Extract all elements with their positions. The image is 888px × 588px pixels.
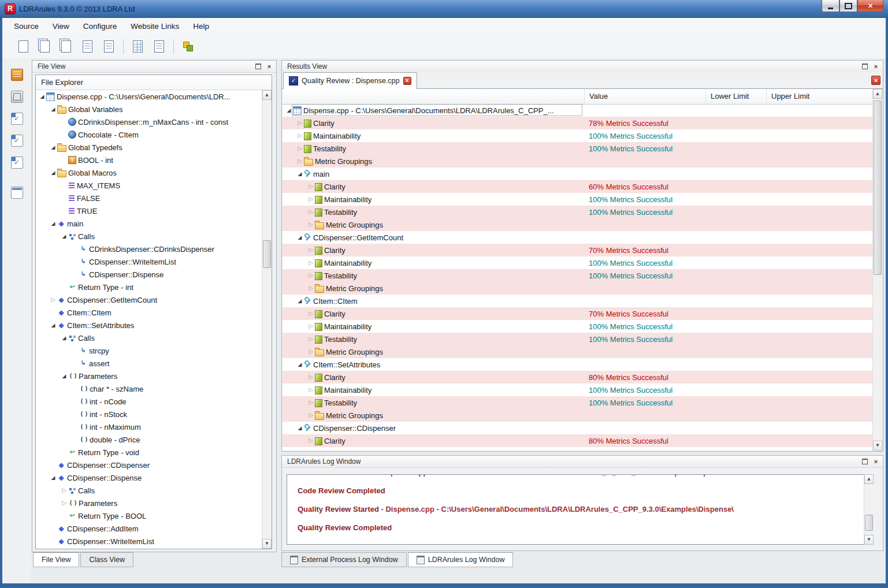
file-tree-scrollbar[interactable]: ▲ ▼ [262, 90, 272, 549]
new-file-button[interactable] [15, 39, 31, 55]
results-row[interactable]: ▷Metric Groupings [283, 345, 872, 358]
quality-review-icon[interactable] [11, 135, 23, 147]
expand-arrow[interactable]: ▷ [307, 269, 315, 282]
expand-arrow[interactable]: ▷ [307, 256, 315, 269]
results-row[interactable]: ◢CItem::SetAttributes [283, 358, 872, 371]
close-results-button[interactable]: × [871, 76, 880, 85]
results-row[interactable]: ▷Clarity80% Metrics Successful [283, 434, 872, 447]
report-viewer-icon[interactable] [11, 187, 23, 199]
collapse-arrow[interactable]: ◢ [49, 141, 57, 154]
export-results-button[interactable] [129, 39, 146, 55]
duplicate-file-button[interactable] [58, 39, 74, 55]
close-button[interactable]: × [857, 0, 883, 12]
expand-arrow[interactable]: ▷ [60, 497, 68, 509]
scroll-thumb[interactable] [874, 101, 882, 275]
expand-arrow[interactable]: ▷ [307, 307, 315, 320]
scroll-thumb[interactable] [263, 240, 271, 268]
file-tree-row[interactable]: int - nMaximum [36, 420, 262, 433]
file-tree-row[interactable]: CItem::CItem [36, 306, 262, 319]
collapse-arrow[interactable]: ◢ [296, 295, 304, 307]
results-row[interactable]: ▷Testability100% Metrics Successful [283, 269, 872, 282]
float-panel-button[interactable] [860, 62, 870, 70]
design-review-icon[interactable] [11, 157, 23, 169]
expand-arrow[interactable]: ▷ [307, 320, 315, 333]
results-row[interactable]: ▷Clarity80% Metrics Successful [283, 371, 872, 384]
expand-arrow[interactable]: ▷ [307, 206, 315, 218]
expand-arrow[interactable]: ▷ [307, 371, 315, 384]
log-scrollbar[interactable]: ▲ ▼ [864, 474, 874, 545]
file-explorer-header[interactable]: File Explorer [36, 75, 272, 90]
file-tree-row[interactable]: CDrinksDispenser::m_nMaxCans - int - con… [36, 116, 262, 128]
minimize-button[interactable] [822, 0, 839, 12]
collapse-arrow[interactable]: ◢ [49, 166, 57, 179]
file-tree-row[interactable]: char * - szName [36, 382, 262, 395]
close-panel-button[interactable]: × [871, 457, 880, 466]
file-tree-row[interactable]: ▷CDispenser::GetItemCount [36, 293, 262, 306]
results-row[interactable]: ▷Maintainability100% Metrics Successful [283, 193, 872, 206]
file-tree-row[interactable]: ◢Dispense.cpp - C:\Users\General\Documen… [36, 90, 262, 103]
file-tree-row[interactable]: double - dPrice [36, 433, 262, 446]
file-tree-row[interactable]: ◢Calls [36, 230, 262, 243]
results-row[interactable]: ▷Maintainability100% Metrics Successful [283, 256, 872, 269]
collapse-arrow[interactable]: ◢ [49, 217, 57, 230]
tab-class-view[interactable]: Class View [80, 552, 133, 567]
close-panel-button[interactable]: × [871, 62, 880, 70]
file-tree-row[interactable]: MAX_ITEMS [36, 179, 262, 192]
results-row[interactable]: ▷Testability100% Metrics Successful [283, 142, 872, 155]
results-row[interactable]: ▷Metric Groupings [283, 409, 872, 422]
view-report-button[interactable] [101, 39, 117, 55]
results-row[interactable]: ▷Metric Groupings [283, 218, 872, 231]
menu-help[interactable]: Help [186, 18, 216, 34]
tab-quality-review[interactable]: Quality Review : Dispense.cpp × [283, 72, 417, 89]
column-header-lower-limit[interactable]: Lower Limit [705, 89, 766, 104]
collapse-arrow[interactable]: ◢ [49, 319, 57, 332]
source-editor-icon[interactable] [11, 69, 23, 81]
collapse-arrow[interactable]: ◢ [285, 104, 293, 117]
float-panel-button[interactable] [254, 62, 263, 70]
close-tab-icon[interactable]: × [403, 77, 411, 85]
file-tree-row[interactable]: CDispenser::WriteItemList [36, 535, 262, 548]
results-row[interactable]: ▷Metric Groupings [283, 155, 872, 168]
file-tree-row[interactable]: Return Type - int [36, 281, 262, 293]
file-tree-row[interactable]: CDispenser::WriteItemList [36, 255, 262, 268]
run-analysis-button[interactable] [180, 39, 196, 55]
expand-arrow[interactable]: ▷ [307, 396, 315, 409]
menu-view[interactable]: View [46, 18, 76, 34]
file-tree-row[interactable]: ◢CDispenser::Dispense [36, 471, 262, 484]
collapse-arrow[interactable]: ◢ [49, 103, 57, 116]
results-row[interactable]: ▷Metric Groupings [283, 282, 872, 295]
expand-arrow[interactable]: ▷ [307, 180, 315, 193]
file-tree-row[interactable]: Chocolate - CItem [36, 128, 262, 141]
expand-arrow[interactable]: ▷ [60, 484, 68, 497]
expand-arrow[interactable]: ▷ [307, 282, 315, 295]
collapse-arrow[interactable]: ◢ [49, 471, 57, 484]
collapse-arrow[interactable]: ◢ [296, 358, 304, 371]
file-tree-row[interactable]: ◢main [36, 217, 262, 230]
results-row[interactable]: ◢CItem::CItem [283, 295, 872, 307]
maximize-button[interactable] [839, 0, 857, 12]
expand-arrow[interactable]: ▷ [49, 293, 57, 306]
copy-file-button[interactable] [36, 39, 53, 55]
column-header-value[interactable]: Value [584, 89, 705, 104]
expand-arrow[interactable]: ▷ [307, 193, 315, 206]
file-tree-row[interactable]: CDispenser::CDispenser [36, 459, 262, 471]
file-tree-row[interactable]: Return Type - BOOL [36, 509, 262, 522]
float-panel-button[interactable] [860, 457, 870, 466]
collapse-arrow[interactable]: ◢ [296, 168, 304, 180]
expand-arrow[interactable]: ▷ [296, 155, 304, 168]
results-row[interactable]: ▷Maintainability100% Metrics Successful [283, 320, 872, 333]
results-row[interactable]: ▷Clarity70% Metrics Successful [283, 307, 872, 320]
file-tree-row[interactable]: CDispenser::Dispense [36, 268, 262, 281]
expand-arrow[interactable]: ▷ [307, 244, 315, 256]
menu-configure[interactable]: Configure [76, 18, 124, 34]
scroll-down-button[interactable]: ▼ [864, 535, 874, 545]
menu-website-links[interactable]: Website Links [124, 18, 186, 34]
expand-arrow[interactable]: ▷ [307, 218, 315, 231]
results-row[interactable]: ▷Testability100% Metrics Successful [283, 333, 872, 345]
file-tree-row[interactable]: BOOL - int [36, 154, 262, 166]
results-row[interactable]: ▷Clarity78% Metrics Successful [283, 117, 872, 129]
results-row[interactable]: ◢CDispenser::CDispenser [283, 422, 872, 434]
expand-arrow[interactable]: ▷ [307, 384, 315, 396]
column-header-item[interactable] [283, 89, 584, 104]
collapse-arrow[interactable]: ◢ [60, 370, 68, 382]
